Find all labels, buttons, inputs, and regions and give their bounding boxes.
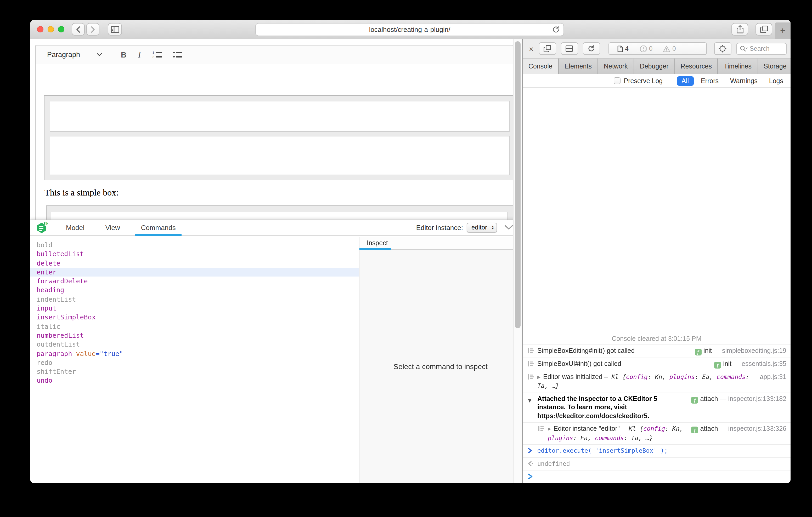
console-message[interactable]: SimpleBoxUI#init() got called finit — es…: [523, 357, 790, 370]
filter-warnings[interactable]: Warnings: [730, 77, 758, 84]
tab-resources[interactable]: Resources: [675, 59, 718, 74]
command-item[interactable]: numberedList: [30, 331, 359, 340]
command-item[interactable]: heading: [30, 286, 359, 295]
page-count: 4: [625, 45, 629, 52]
ckeditor-inspector-panel: 5 Model View Commands Editor instance: e…: [30, 219, 522, 483]
source-location-link[interactable]: app.js:31: [760, 373, 786, 380]
share-button[interactable]: [731, 23, 748, 35]
console-message[interactable]: SimpleBoxEditing#init() got called finit…: [523, 344, 790, 357]
filter-logs[interactable]: Logs: [769, 77, 783, 84]
command-item-selected[interactable]: enter: [30, 268, 359, 277]
message-text: ▶Editor was initialized – Kl {config: Kn…: [537, 372, 756, 390]
sidebar-icon: [111, 26, 119, 33]
tab-debugger[interactable]: Debugger: [634, 59, 675, 74]
inspector-search-field[interactable]: Search: [736, 42, 787, 55]
command-item[interactable]: input: [30, 304, 359, 313]
function-badge: f: [714, 362, 721, 368]
address-bar[interactable]: localhost/creating-a-plugin/: [255, 23, 564, 36]
commands-list: bold bulletedList delete enter forwardDe…: [30, 237, 359, 483]
command-item[interactable]: forwardDelete: [30, 277, 359, 286]
divider: [669, 77, 670, 85]
scrollbar-thumb[interactable]: [515, 41, 521, 328]
simple-box-widget[interactable]: [44, 95, 515, 180]
forward-button[interactable]: [86, 23, 99, 35]
disclosure-triangle-icon[interactable]: ▶: [548, 427, 551, 431]
element-picker-button[interactable]: [714, 42, 731, 55]
console-result[interactable]: undefined: [523, 457, 790, 470]
disclosure-triangle-icon[interactable]: ▶: [537, 374, 541, 379]
editor-paragraph[interactable]: This is a simple box:: [45, 188, 118, 198]
command-item[interactable]: italic: [30, 322, 359, 331]
console-message[interactable]: ▶Editor was initialized – Kl {config: Kn…: [523, 370, 790, 392]
zoom-window-button[interactable]: [58, 26, 64, 32]
dock-bottom-button[interactable]: [561, 42, 578, 55]
command-item[interactable]: bold: [30, 240, 359, 250]
error-count-indicator[interactable]: 0: [640, 45, 652, 52]
filter-all[interactable]: All: [677, 76, 694, 86]
tab-network[interactable]: Network: [598, 59, 634, 74]
tab-timelines[interactable]: Timelines: [718, 59, 758, 74]
preserve-log-label[interactable]: Preserve Log: [624, 77, 663, 84]
sidebar-toggle-button[interactable]: [108, 23, 122, 35]
console-prompt[interactable]: [523, 470, 790, 483]
command-item[interactable]: redo: [30, 358, 359, 367]
italic-button[interactable]: I: [138, 50, 141, 59]
minimize-window-button[interactable]: [48, 26, 54, 32]
console-output[interactable]: Console cleared at 3:01:15 PM SimpleBoxE…: [523, 88, 790, 483]
heading-dropdown[interactable]: Paragraph: [47, 51, 102, 59]
command-item[interactable]: indentList: [30, 295, 359, 304]
ckeditor-editing-area[interactable]: This is a simple box: Box title: [35, 64, 514, 219]
bulleted-list-button[interactable]: [173, 51, 182, 58]
reload-button[interactable]: [552, 26, 560, 35]
console-message-nested[interactable]: ▶Editor instance "editor" – Kl {config: …: [523, 422, 790, 444]
dock-bottom-icon: [566, 45, 573, 52]
logo-version-badge: 5: [44, 221, 48, 226]
numbered-list-button[interactable]: 1 2: [152, 51, 162, 58]
reload-page-button[interactable]: [583, 42, 600, 55]
tab-console[interactable]: Console: [523, 59, 559, 74]
bold-button[interactable]: B: [121, 50, 126, 59]
simple-box-description-field[interactable]: [50, 136, 510, 175]
simple-box-title-field[interactable]: [50, 101, 510, 132]
console-message-group[interactable]: ▼ Attached the inspector to a CKEditor 5…: [523, 392, 790, 422]
source-location-link[interactable]: inspector.js:133:326: [728, 425, 786, 432]
tab-view[interactable]: View: [100, 220, 126, 236]
tab-elements[interactable]: Elements: [559, 59, 598, 74]
tab-model[interactable]: Model: [60, 220, 90, 236]
warning-count-indicator[interactable]: 0: [663, 45, 676, 52]
inspector-header: 5 Model View Commands Editor instance: e…: [30, 220, 522, 236]
browser-titlebar: localhost/creating-a-plugin/: [30, 20, 790, 39]
detach-inspector-button[interactable]: [539, 42, 556, 55]
docs-link[interactable]: https://ckeditor.com/docs/ckeditor5: [537, 412, 647, 420]
page-resources-indicator[interactable]: 4: [617, 45, 629, 52]
close-window-button[interactable]: [37, 26, 44, 32]
console-input-echo[interactable]: editor.execute( 'insertSimpleBox' );: [523, 444, 790, 457]
tab-storage[interactable]: Storage: [758, 59, 790, 74]
disclosure-triangle-open-icon[interactable]: ▼: [528, 396, 531, 405]
source-location-link[interactable]: inspector.js:133:182: [728, 395, 786, 402]
message-text: SimpleBoxEditing#init() got called: [537, 346, 690, 355]
command-item[interactable]: shiftEnter: [30, 367, 359, 376]
message-text: ▶Editor instance "editor" – Kl {config: …: [548, 424, 687, 442]
page-scrollbar[interactable]: [513, 39, 522, 483]
preserve-log-checkbox[interactable]: [614, 78, 621, 84]
back-button[interactable]: [72, 23, 85, 35]
log-icon: [528, 372, 537, 379]
filter-errors[interactable]: Errors: [701, 77, 719, 84]
command-item[interactable]: paragraph value="true": [30, 349, 359, 358]
tab-commands[interactable]: Commands: [135, 220, 181, 236]
source-location-link[interactable]: simpleboxediting.js:19: [722, 347, 786, 354]
source-location-link[interactable]: essentials.js:35: [742, 360, 786, 367]
editor-instance-select[interactable]: editor ▲▼: [467, 222, 497, 232]
command-item[interactable]: insertSimpleBox: [30, 313, 359, 322]
new-tab-button[interactable]: +: [775, 23, 790, 39]
tab-inspect[interactable]: Inspect: [367, 237, 388, 250]
command-item[interactable]: bulletedList: [30, 250, 359, 259]
share-icon: [736, 25, 743, 33]
tab-overview-button[interactable]: [755, 23, 772, 35]
collapse-inspector-button[interactable]: [504, 225, 513, 230]
command-item[interactable]: outdentList: [30, 340, 359, 349]
command-item[interactable]: delete: [30, 258, 359, 268]
close-inspector-button[interactable]: ×: [529, 45, 534, 53]
command-item[interactable]: undo: [30, 376, 359, 385]
